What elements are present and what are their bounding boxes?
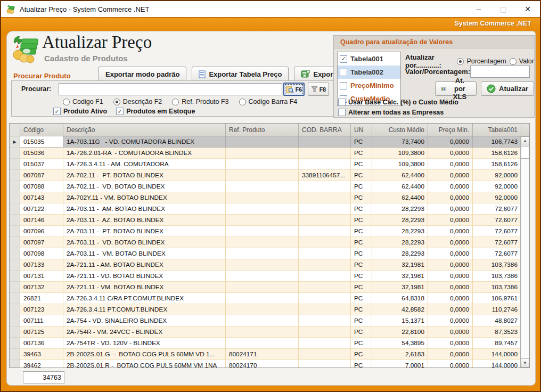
row-selector-cell[interactable] [10,338,20,349]
cell-ref_produto[interactable]: 80024171 [226,349,299,360]
cell-custo_medio[interactable]: 28,2293 [372,226,428,237]
cell-custo_medio[interactable]: 28,2293 [372,237,428,248]
cell-codigo[interactable]: 007088 [20,181,63,192]
search-input[interactable] [59,83,282,95]
cell-tabela001[interactable]: 106,9761 [473,293,521,304]
cell-ref_produto[interactable] [226,248,299,259]
table-row[interactable]: 0071322A-721.11 - VM. BOTAO BLINDEXPC32,… [10,282,529,293]
cell-preco_min[interactable]: 0,0000 [428,271,473,282]
cell-cod_barra[interactable] [299,203,351,215]
row-selector-cell[interactable] [10,349,20,360]
cell-preco_min[interactable]: 0,0000 [428,282,473,293]
cell-custo_medio[interactable]: 28,2293 [372,215,428,226]
cell-codigo[interactable]: 015036 [20,148,63,159]
table-item-pre-ominimo[interactable]: PreçoMinimo [338,79,400,92]
row-selector-cell[interactable] [10,192,20,203]
cell-preco_min[interactable]: 0,0000 [428,192,473,203]
column-header-ref_produto[interactable]: Ref. Produto [226,124,299,136]
cell-custo_medio[interactable]: 62,4400 [372,181,428,192]
cell-custo_medio[interactable]: 62,4400 [372,192,428,203]
cell-tabela001[interactable]: 72,6077 [473,226,521,237]
cell-codigo[interactable]: 007131 [20,271,63,282]
cell-tabela001[interactable]: 92,0000 [473,192,521,203]
table-row[interactable]: 0070982A-703.11 - VM. BOTAO BLINDEXPC28,… [10,248,529,259]
cell-codigo[interactable]: 007125 [20,326,63,338]
cell-cod_barra[interactable] [299,248,351,259]
cell-custo_medio[interactable]: 54,3895 [372,338,428,349]
cell-cod_barra[interactable] [299,360,351,368]
at-por-xls-button[interactable]: At. por XLS [435,81,477,96]
exportar-tabela-preco-button[interactable]: Exportar Tabela Preço [192,67,289,81]
radio-codigo-f1[interactable]: Codigo F1 [63,98,103,105]
table-row[interactable]: 394632B-2002S.01.G - BOTAO COG PULS 60MM… [10,349,529,360]
atualizar-button[interactable]: Atualizar [481,81,534,96]
cell-ref_produto[interactable] [226,203,299,215]
cell-tabela001[interactable]: 92,0000 [473,170,521,181]
cell-un[interactable]: PC [351,259,372,271]
cell-un[interactable]: PC [351,338,372,349]
cell-cod_barra[interactable] [299,282,351,293]
cell-custo_medio[interactable]: 109,3800 [372,159,428,170]
cell-preco_min[interactable]: 0,0000 [428,170,473,181]
radio-valor[interactable]: Valor [510,58,534,65]
cell-ref_produto[interactable] [226,215,299,226]
column-header-cod_barra[interactable]: COD. BARRA [299,124,351,136]
scroll-up-icon[interactable]: ▲ [521,136,529,145]
cell-descricao[interactable]: 2A-703.11 - AZ. BOTAO BLINDEX [63,215,226,226]
cell-preco_min[interactable]: 0,0000 [428,304,473,315]
cell-codigo[interactable]: 26821 [20,293,63,304]
cell-ref_produto[interactable] [226,338,299,349]
row-selector-cell[interactable] [10,237,20,248]
row-pointer-icon[interactable]: ▶ [10,136,20,148]
cell-custo_medio[interactable]: 7,0001 [372,360,428,368]
cell-cod_barra[interactable] [299,148,351,159]
cell-codigo[interactable]: 39463 [20,349,63,360]
maximize-button[interactable]: ▢ [491,1,515,17]
cell-preco_min[interactable]: 0,0000 [428,159,473,170]
cell-tabela001[interactable]: 72,6077 [473,248,521,259]
cell-preco_min[interactable]: 0,0000 [428,360,473,368]
cell-tabela001[interactable]: 87,3523 [473,326,521,338]
cell-cod_barra[interactable] [299,215,351,226]
cell-cod_barra[interactable] [299,181,351,192]
scrollbar-thumb[interactable] [521,146,529,159]
cell-codigo[interactable]: 007143 [20,192,63,203]
cell-tabela001[interactable]: 103,7386 [473,271,521,282]
cell-tabela001[interactable]: 89,7457 [473,338,521,349]
cell-un[interactable]: PC [351,315,372,326]
cell-preco_min[interactable]: 0,0000 [428,315,473,326]
table-row[interactable]: 0071222A-703.11 - AM. BOTAO BLINDEXPC28,… [10,203,529,215]
cell-cod_barra[interactable] [299,293,351,304]
cell-descricao[interactable]: 2A-726.3.4.11 C/RA PT.COMUT.BLINDEX [63,293,226,304]
cell-codigo[interactable]: 007132 [20,282,63,293]
cell-un[interactable]: PC [351,170,372,181]
cell-descricao[interactable]: 2A-754TR - VD. 120V - BLINDEX [63,338,226,349]
table-row[interactable]: 0071312A-721.11 - VD. BOTAO BLINDEXPC32,… [10,271,529,282]
cell-descricao[interactable]: 2A-703.11 - AM. BOTAO BLINDEX [63,203,226,215]
column-header-un[interactable]: UN [351,124,372,136]
cell-cod_barra[interactable] [299,226,351,237]
filter-f8-button[interactable]: F8 [308,83,329,96]
checkbox-produtos-em-estoque[interactable]: ✓Produtos em Estoque [116,108,195,115]
cell-preco_min[interactable]: 0,0000 [428,226,473,237]
cell-codigo[interactable]: 007111 [20,315,63,326]
cell-tabela001[interactable]: 92,0000 [473,181,521,192]
cell-un[interactable]: PC [351,271,372,282]
cell-codigo[interactable]: 007098 [20,248,63,259]
value-percent-input[interactable] [470,66,530,78]
table-row[interactable]: 0070882A-702.11 - VD. BOTAO BLINDEXPC62,… [10,181,529,192]
cell-ref_produto[interactable] [226,136,299,148]
row-selector-cell[interactable] [10,259,20,271]
cell-descricao[interactable]: 2A-702Y.11 - VM. BOTAO BLINDEX [63,192,226,203]
cell-codigo[interactable]: 007136 [20,338,63,349]
search-f6-button[interactable]: F6 [283,83,305,96]
cell-cod_barra[interactable] [299,136,351,148]
cell-codigo[interactable]: 007133 [20,259,63,271]
cell-cod_barra[interactable] [299,304,351,315]
cell-ref_produto[interactable] [226,271,299,282]
cell-un[interactable]: PC [351,237,372,248]
table-row[interactable]: 0070872A-702.11 - PT. BOTAO BLINDEX33891… [10,170,529,181]
cell-descricao[interactable]: 2A-703.11 - VM. BOTAO BLINDEX [63,248,226,259]
cell-custo_medio[interactable]: 64,8318 [372,293,428,304]
cell-custo_medio[interactable]: 73,7400 [372,136,428,148]
